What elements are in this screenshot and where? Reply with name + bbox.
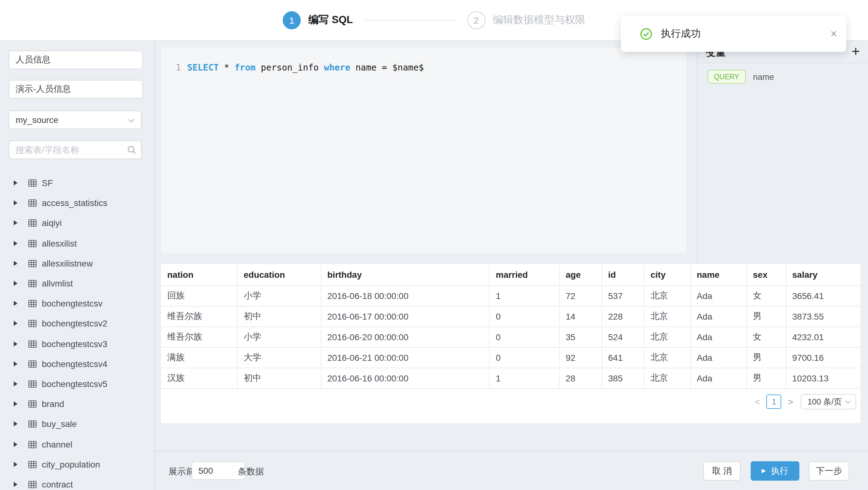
page-size-select[interactable]: 100 条/页: [801, 394, 856, 409]
sidebar-item-allesxilist[interactable]: allesxilist: [0, 233, 155, 253]
sidebar-item-access_statistics[interactable]: access_statistics: [0, 193, 155, 213]
sidebar-item-bochengtestcsv2[interactable]: bochengtestcsv2: [0, 314, 155, 334]
table-cell: 92: [559, 347, 601, 368]
table-cell: 2016-06-21 00:00:00: [321, 347, 489, 368]
table-cell: 小学: [237, 285, 321, 306]
table-icon: [28, 259, 37, 268]
cancel-button[interactable]: 取 消: [703, 461, 741, 481]
table-icon: [28, 319, 37, 328]
sidebar-item-channel[interactable]: channel: [0, 434, 155, 454]
expand-caret-icon[interactable]: [14, 441, 18, 447]
table-name: channel: [42, 439, 72, 449]
table-name: bochengtestcsv2: [42, 319, 107, 329]
column-header-sex: sex: [746, 264, 786, 285]
table-cell: Ada: [690, 347, 746, 368]
column-header-name: name: [690, 264, 746, 285]
expand-caret-icon[interactable]: [14, 241, 18, 246]
row-limit-suffix-label: 条数据: [238, 466, 264, 478]
table-cell: 2016-06-17 00:00:00: [321, 306, 489, 327]
table-cell: 3656.41: [786, 285, 861, 306]
expand-caret-icon[interactable]: [14, 180, 18, 185]
success-check-icon: [640, 28, 652, 40]
table-cell: 9700.16: [786, 347, 861, 368]
expand-caret-icon[interactable]: [14, 261, 18, 266]
table-cell: Ada: [690, 306, 746, 327]
table-cell: 0: [489, 306, 559, 327]
table-cell: 汉族: [161, 368, 237, 389]
sidebar-item-aiqiyi[interactable]: aiqiyi: [0, 213, 155, 233]
table-cell: 385: [601, 368, 644, 389]
sidebar-item-buy_sale[interactable]: buy_sale: [0, 414, 155, 434]
expand-caret-icon[interactable]: [14, 361, 18, 366]
expand-caret-icon[interactable]: [14, 462, 18, 467]
sidebar-item-bochengtestcsv5[interactable]: bochengtestcsv5: [0, 374, 155, 394]
dataset-display-name-input[interactable]: [9, 80, 143, 99]
table-name: bochengtestcsv: [42, 298, 103, 308]
table-cell: 维吾尔族: [161, 306, 237, 327]
table-cell: 女: [746, 285, 786, 306]
sidebar-item-bochengtestcsv3[interactable]: bochengtestcsv3: [0, 334, 155, 354]
expand-caret-icon[interactable]: [14, 221, 18, 226]
table-cell: 初中: [237, 306, 321, 327]
sql-editor[interactable]: 1 SELECT * from person_info where name =…: [161, 48, 686, 253]
column-header-age: age: [559, 264, 601, 285]
next-page-button[interactable]: >: [788, 396, 794, 407]
expand-caret-icon[interactable]: [14, 381, 18, 387]
toast-message: 执行成功: [661, 27, 701, 40]
table-name: city_population: [42, 459, 100, 469]
chevron-down-icon: [128, 119, 135, 123]
table-icon: [28, 199, 37, 208]
search-box: [9, 141, 142, 159]
current-page-button[interactable]: 1: [767, 395, 782, 409]
sidebar-item-SF[interactable]: SF: [0, 173, 155, 193]
chevron-down-icon: [845, 400, 851, 404]
sidebar-item-allesxilistnew[interactable]: allesxilistnew: [0, 253, 155, 273]
sidebar-item-bochengtestcsv4[interactable]: bochengtestcsv4: [0, 354, 155, 374]
expand-caret-icon[interactable]: [14, 341, 18, 346]
table-name: buy_sale: [42, 419, 77, 429]
column-header-nation: nation: [161, 264, 237, 285]
expand-caret-icon[interactable]: [14, 321, 18, 326]
variable-item[interactable]: QUERY name: [708, 70, 774, 84]
table-cell: 28: [559, 368, 601, 389]
table-cell: 北京: [644, 327, 690, 347]
expand-caret-icon[interactable]: [14, 422, 18, 427]
results-table-card: nationeducationbirthdaymarriedageidcityn…: [161, 264, 861, 423]
expand-caret-icon[interactable]: [14, 401, 18, 406]
add-variable-button[interactable]: +: [851, 42, 860, 60]
step-1[interactable]: 1 编写 SQL: [283, 11, 353, 29]
run-button[interactable]: ▶ 执行: [751, 461, 799, 481]
stepper: 1 编写 SQL 2 编辑数据模型与权限: [283, 11, 585, 29]
table-cell: 男: [746, 347, 786, 368]
sidebar-item-brand[interactable]: brand: [0, 394, 155, 414]
datasource-select[interactable]: my_source: [9, 111, 142, 129]
table-cell: 537: [601, 285, 644, 306]
column-header-married: married: [489, 264, 559, 285]
expand-caret-icon[interactable]: [14, 281, 18, 286]
sidebar-item-city_population[interactable]: city_population: [0, 454, 155, 474]
next-step-button[interactable]: 下一步: [809, 461, 849, 481]
table-cell: 男: [746, 306, 786, 327]
table-row: 回族小学2016-06-18 00:00:00172537北京Ada女3656.…: [161, 285, 861, 306]
sidebar-item-contract[interactable]: contract: [0, 474, 155, 490]
table-cell: 初中: [237, 368, 321, 389]
table-cell: 大学: [237, 347, 321, 368]
table-name: aiqiyi: [42, 218, 62, 228]
expand-caret-icon[interactable]: [14, 482, 18, 487]
sidebar-item-bochengtestcsv[interactable]: bochengtestcsv: [0, 294, 155, 313]
table-icon: [28, 339, 37, 348]
table-icon: [28, 239, 37, 247]
sidebar-item-allvmlist[interactable]: allvmlist: [0, 273, 155, 294]
dataset-name-input[interactable]: [9, 51, 143, 69]
table-cell: 2016-06-20 00:00:00: [321, 327, 489, 347]
step-2-circle: 2: [467, 11, 485, 29]
expand-caret-icon[interactable]: [14, 201, 18, 206]
table-icon: [28, 379, 37, 388]
expand-caret-icon[interactable]: [14, 301, 18, 306]
search-input[interactable]: [9, 141, 142, 159]
toast-close-icon[interactable]: ✕: [830, 29, 837, 39]
table-cell: 14: [559, 306, 601, 327]
row-limit-input[interactable]: [192, 461, 245, 480]
step-2[interactable]: 2 编辑数据模型与权限: [467, 11, 585, 29]
prev-page-button[interactable]: <: [755, 396, 761, 407]
